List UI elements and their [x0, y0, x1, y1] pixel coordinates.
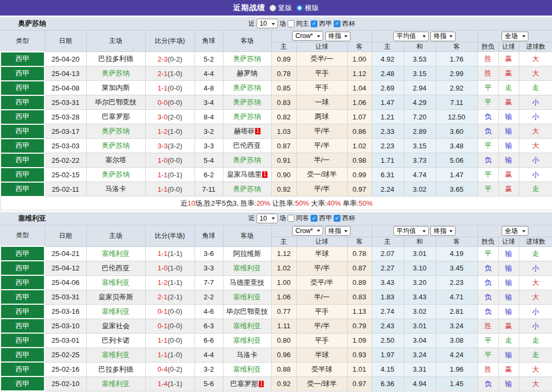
result-goals: 小	[519, 319, 552, 333]
average-select[interactable]: 平均值▼	[393, 226, 429, 236]
league-checkbox[interactable]: ✓	[311, 215, 318, 222]
league-badge: 西甲	[1, 290, 44, 304]
recent-count-value: 10	[260, 20, 267, 27]
away-team: 赫塔菲1	[223, 124, 271, 139]
bookmaker-select[interactable]: Crow*▼	[292, 31, 323, 41]
away-team: 毕尔巴鄂竞技	[223, 304, 271, 319]
final-odds-select[interactable]: 终指▼	[430, 32, 456, 41]
home-team: 奥萨苏纳	[86, 66, 145, 81]
match-date: 25-03-31	[44, 95, 86, 110]
corner-score: 3-6	[195, 246, 223, 261]
average-select[interactable]: 平均值▼	[393, 32, 429, 41]
handicap-home-odds: 1.03	[271, 124, 296, 139]
summary-text: 近10场,胜2平5负3, 胜率:20% 让胜率:50% 大率:40% 单率:50…	[1, 197, 552, 210]
avg-draw-odds: 3.73	[404, 153, 436, 168]
radio-label-vertical: 竖版	[278, 3, 292, 13]
avg-home-odds: 6.36	[371, 376, 404, 391]
avg-away-odds: 1.47	[436, 168, 478, 182]
avg-home-odds: 1.21	[371, 110, 404, 124]
final-odds-select[interactable]: 终指▼	[430, 226, 456, 236]
layout-option-horizontal[interactable]: 横版	[296, 3, 319, 13]
home-team: 巴列卡诺	[86, 333, 145, 348]
result-goals: 大	[519, 290, 552, 304]
full-match-select[interactable]: 全场▼	[502, 32, 528, 41]
corner-score: 6-3	[195, 319, 223, 333]
col-home-header: 主场	[86, 225, 145, 246]
col-handicap-line-header: 让球	[296, 237, 347, 246]
avg-away-odds: 3.48	[436, 139, 478, 153]
match-date: 25-03-03	[44, 139, 86, 153]
result-goals: 小	[519, 95, 552, 110]
match-row: 西甲25-04-08莱加内斯1-1(0-0)4-8奥萨苏纳0.85平手1.042…	[1, 81, 552, 95]
match-row: 西甲25-04-12巴伦西亚1-0(1-0)3-3塞维利亚1.02平/半0.87…	[1, 261, 552, 275]
result-handicap: 赢	[498, 168, 519, 182]
recent-count-select[interactable]: 10 ▼	[257, 214, 278, 223]
final-odds-select-value: 终指	[329, 227, 341, 236]
match-row: 西甲25-03-01巴列卡诺1-1(0-0)6-6塞维利亚0.80平手1.092…	[1, 333, 552, 348]
team-section-sevilla: 塞维利亚 近 10 ▼ 场 同客 ✓ 西甲 ✓ 西杯 类型 日期	[0, 212, 552, 392]
result-goals: 走	[519, 333, 552, 348]
match-row: 西甲25-02-22塞尔塔1-0(0-0)5-4奥萨苏纳0.91半/一0.981…	[1, 153, 552, 168]
league-checkbox[interactable]: ✓	[311, 20, 318, 27]
handicap-away-odds: 0.86	[347, 124, 371, 139]
result-handicap: 走	[498, 81, 519, 95]
result-handicap: 赢	[498, 66, 519, 81]
result-handicap: 输	[498, 290, 519, 304]
match-date: 25-04-12	[44, 261, 86, 275]
bookmaker-select[interactable]: Crow*▼	[292, 226, 323, 236]
match-date: 25-04-20	[44, 52, 86, 66]
avg-away-odds: 4.24	[436, 348, 478, 362]
col-avg-home-header: 主	[371, 237, 404, 246]
handicap-home-odds: 0.85	[271, 81, 296, 95]
home-team: 奥萨苏纳	[86, 168, 145, 182]
match-date: 25-03-16	[44, 304, 86, 319]
corner-score: 5-2	[195, 52, 223, 66]
result-outcome: 负	[478, 261, 498, 275]
result-goals: 小	[519, 110, 552, 124]
full-match-select[interactable]: 全场▼	[502, 226, 528, 236]
avg-away-odds: 12.50	[436, 110, 478, 124]
handicap-line: 平/半	[296, 261, 347, 275]
score-cell: 2-1(1-0)	[145, 66, 195, 81]
summary-row: 近10场,胜2平5负3, 胜率:20% 让胜率:50% 大率:40% 单率:50…	[1, 197, 552, 210]
avg-home-odds: 6.31	[371, 168, 404, 182]
league-badge: 西甲	[1, 348, 44, 362]
header-bar: 近期战绩 竖版 横版	[0, 0, 552, 16]
avg-draw-odds: 3.01	[404, 319, 436, 333]
radio-icon[interactable]	[296, 5, 303, 11]
home-team: 塞维利亚	[86, 246, 145, 261]
league-badge: 西甲	[1, 66, 44, 81]
result-handicap: 输	[498, 139, 519, 153]
result-goals: 大	[519, 124, 552, 139]
score-cell: 1-1(0-0)	[145, 81, 195, 95]
avg-draw-odds: 3.15	[404, 139, 436, 153]
final-odds-select[interactable]: 终指▼	[325, 226, 350, 236]
handicap-line: 平手	[296, 333, 347, 348]
avg-away-odds: 3.60	[436, 124, 478, 139]
corner-score: 5-4	[195, 153, 223, 168]
avg-away-odds: 3.65	[436, 182, 478, 197]
chevron-down-icon: ▼	[271, 216, 276, 220]
full-match-select-value: 全场	[505, 32, 518, 41]
handicap-line: 受一/球半	[296, 168, 347, 182]
same-venue-checkbox[interactable]	[288, 215, 295, 222]
col-handicap-away-header: 客	[347, 237, 371, 246]
cup-checkbox[interactable]: ✓	[334, 20, 341, 27]
layout-option-vertical[interactable]: 竖版	[270, 3, 292, 13]
home-team: 莱加内斯	[86, 81, 145, 95]
radio-icon[interactable]	[270, 5, 276, 11]
cup-checkbox[interactable]: ✓	[334, 215, 341, 222]
avg-home-odds: 2.69	[371, 81, 404, 95]
final-odds-select[interactable]: 终指▼	[325, 32, 350, 41]
away-team: 奥萨苏纳	[223, 182, 271, 197]
avg-draw-odds: 3.02	[404, 304, 436, 319]
same-venue-checkbox[interactable]	[288, 20, 295, 27]
result-outcome: 胜	[478, 52, 498, 66]
result-handicap: 赢	[498, 319, 519, 333]
result-handicap: 赢	[498, 95, 519, 110]
handicap-away-odds: 0.97	[347, 182, 371, 197]
recent-count-select[interactable]: 10 ▼	[257, 19, 278, 28]
handicap-away-odds: 0.87	[347, 261, 371, 275]
league-badge: 西甲	[1, 153, 44, 168]
score-cell: 3-0(2-0)	[145, 110, 195, 124]
